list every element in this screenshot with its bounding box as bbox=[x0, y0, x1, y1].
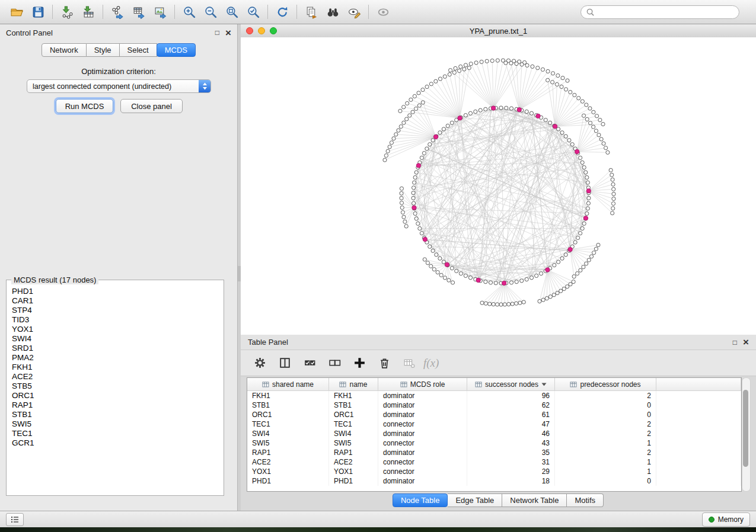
cell-mcds-role[interactable]: connector bbox=[378, 419, 467, 429]
cell-shared-name[interactable]: RAP1 bbox=[247, 448, 329, 457]
cell-successor-nodes[interactable]: 62 bbox=[467, 400, 555, 410]
table-scrollbar-thumb[interactable] bbox=[743, 390, 748, 467]
cell-mcds-role[interactable]: dominator bbox=[378, 400, 467, 410]
cell-shared-name[interactable]: STB1 bbox=[247, 400, 329, 410]
result-node-item[interactable]: GCR1 bbox=[12, 438, 224, 448]
import-network-button[interactable] bbox=[56, 2, 78, 21]
tab-motifs[interactable]: Motifs bbox=[567, 493, 604, 507]
result-node-item[interactable]: SWI5 bbox=[12, 419, 224, 429]
result-node-item[interactable]: FKH1 bbox=[12, 363, 224, 372]
zoom-out-button[interactable] bbox=[200, 2, 221, 21]
cell-predecessor-nodes[interactable]: 0 bbox=[555, 476, 656, 486]
network-canvas[interactable] bbox=[241, 37, 756, 335]
cell-mcds-role[interactable]: dominator bbox=[378, 476, 467, 486]
column-header-successor-nodes[interactable]: successor nodes bbox=[467, 378, 555, 391]
preview-eye-button[interactable] bbox=[372, 2, 394, 21]
open-file-button[interactable] bbox=[6, 2, 27, 21]
cell-mcds-role[interactable]: dominator bbox=[378, 410, 467, 419]
cell-successor-nodes[interactable]: 18 bbox=[467, 476, 555, 486]
cell-name[interactable]: PHD1 bbox=[329, 476, 378, 486]
cell-shared-name[interactable]: TEC1 bbox=[247, 419, 329, 429]
cell-name[interactable]: ACE2 bbox=[329, 457, 378, 467]
cell-predecessor-nodes[interactable]: 2 bbox=[555, 419, 656, 429]
table-row[interactable]: STB1STB1dominator620 bbox=[247, 400, 741, 410]
select-all-button[interactable] bbox=[301, 355, 318, 371]
cell-successor-nodes[interactable]: 96 bbox=[467, 391, 555, 401]
search-box[interactable] bbox=[580, 5, 739, 19]
cell-mcds-role[interactable]: dominator bbox=[378, 429, 467, 438]
settings-gear-button[interactable] bbox=[251, 355, 268, 371]
table-row[interactable]: SWI5SWI5connector431 bbox=[247, 438, 741, 448]
cell-successor-nodes[interactable]: 31 bbox=[467, 457, 555, 467]
cell-mcds-role[interactable]: connector bbox=[378, 467, 467, 476]
cell-name[interactable]: YOX1 bbox=[329, 467, 378, 476]
delete-columns-button[interactable] bbox=[376, 355, 393, 371]
result-node-item[interactable]: PHD1 bbox=[12, 287, 224, 296]
find-binoculars-button[interactable] bbox=[322, 2, 343, 21]
cell-shared-name[interactable]: PHD1 bbox=[247, 476, 329, 486]
import-table-disabled-button[interactable] bbox=[401, 355, 417, 371]
network-graph[interactable] bbox=[241, 37, 756, 335]
result-node-item[interactable]: STB5 bbox=[12, 382, 224, 391]
result-node-item[interactable]: SWI4 bbox=[12, 334, 224, 344]
import-table-button[interactable] bbox=[78, 2, 99, 21]
cell-shared-name[interactable]: YOX1 bbox=[247, 467, 329, 476]
result-node-item[interactable]: STP4 bbox=[12, 306, 224, 315]
visibility-edit-button[interactable] bbox=[343, 2, 365, 21]
result-node-item[interactable]: PMA2 bbox=[12, 353, 224, 363]
unselect-all-button[interactable] bbox=[326, 355, 343, 371]
cell-name[interactable]: FKH1 bbox=[329, 391, 378, 401]
cell-name[interactable]: RAP1 bbox=[329, 448, 378, 457]
cell-mcds-role[interactable]: dominator bbox=[378, 448, 467, 457]
table-row[interactable]: TEC1TEC1connector472 bbox=[247, 419, 741, 429]
cell-predecessor-nodes[interactable]: 0 bbox=[555, 410, 656, 419]
run-mcds-button[interactable]: Run MCDS bbox=[56, 99, 113, 113]
cell-successor-nodes[interactable]: 43 bbox=[467, 438, 555, 448]
tab-network-table[interactable]: Network Table bbox=[502, 493, 567, 507]
result-node-item[interactable]: SRD1 bbox=[12, 344, 224, 353]
function-builder-label[interactable]: f(x) bbox=[423, 357, 439, 370]
cell-predecessor-nodes[interactable]: 0 bbox=[555, 400, 656, 410]
tab-mcds[interactable]: MCDS bbox=[157, 43, 196, 57]
export-image-button[interactable] bbox=[149, 2, 171, 21]
cell-mcds-role[interactable]: connector bbox=[378, 438, 467, 448]
result-node-item[interactable]: YOX1 bbox=[12, 325, 224, 334]
cell-name[interactable]: TEC1 bbox=[329, 419, 378, 429]
cell-mcds-role[interactable]: connector bbox=[378, 457, 467, 467]
memory-button[interactable]: Memory bbox=[702, 512, 750, 527]
zoom-selected-button[interactable] bbox=[243, 2, 264, 21]
table-row[interactable]: FKH1FKH1dominator962 bbox=[247, 391, 741, 401]
cell-shared-name[interactable]: SWI4 bbox=[247, 429, 329, 438]
cell-successor-nodes[interactable]: 35 bbox=[467, 448, 555, 457]
column-header-mcds-role[interactable]: MCDS role bbox=[378, 378, 467, 391]
cell-name[interactable]: STB1 bbox=[329, 400, 378, 410]
float-panel-icon[interactable]: □ bbox=[215, 29, 219, 36]
result-node-item[interactable]: ACE2 bbox=[12, 372, 224, 382]
zoom-in-button[interactable] bbox=[178, 2, 200, 21]
cell-predecessor-nodes[interactable]: 2 bbox=[555, 448, 656, 457]
column-header-shared-name[interactable]: shared name bbox=[247, 378, 329, 391]
column-header-predecessor-nodes[interactable]: predecessor nodes bbox=[555, 378, 656, 391]
tab-node-table[interactable]: Node Table bbox=[393, 493, 448, 507]
table-row[interactable]: ORC1ORC1dominator610 bbox=[247, 410, 741, 419]
export-table-button[interactable] bbox=[128, 2, 149, 21]
cell-name[interactable]: ORC1 bbox=[329, 410, 378, 419]
result-node-item[interactable]: ORC1 bbox=[12, 391, 224, 400]
table-float-icon[interactable]: □ bbox=[733, 339, 737, 346]
save-session-button[interactable] bbox=[27, 2, 49, 21]
cell-predecessor-nodes[interactable]: 1 bbox=[555, 457, 656, 467]
cell-shared-name[interactable]: FKH1 bbox=[247, 391, 329, 401]
tab-style[interactable]: Style bbox=[87, 43, 120, 57]
export-network-button[interactable] bbox=[107, 2, 128, 21]
cell-name[interactable]: SWI4 bbox=[329, 429, 378, 438]
result-node-item[interactable]: STB1 bbox=[12, 410, 224, 419]
copy-document-button[interactable] bbox=[301, 2, 322, 21]
refresh-view-button[interactable] bbox=[272, 2, 293, 21]
table-row[interactable]: RAP1RAP1dominator352 bbox=[247, 448, 741, 457]
cell-shared-name[interactable]: ACE2 bbox=[247, 457, 329, 467]
cell-predecessor-nodes[interactable]: 1 bbox=[555, 438, 656, 448]
cell-successor-nodes[interactable]: 29 bbox=[467, 467, 555, 476]
zoom-fit-button[interactable] bbox=[221, 2, 243, 21]
cell-name[interactable]: SWI5 bbox=[329, 438, 378, 448]
close-panel-icon[interactable]: × bbox=[225, 28, 231, 38]
